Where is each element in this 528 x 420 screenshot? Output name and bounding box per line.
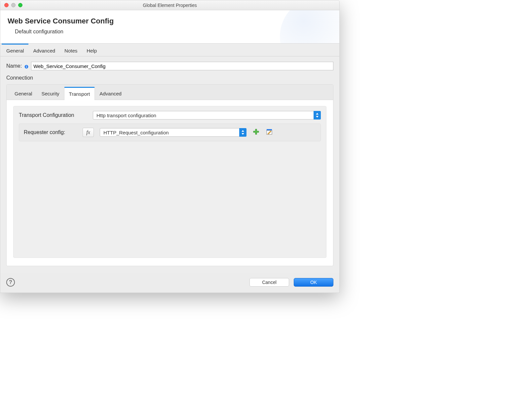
- window-controls: [4, 3, 22, 7]
- question-icon: ?: [9, 279, 12, 285]
- inner-tab-general[interactable]: General: [10, 87, 37, 100]
- titlebar: Global Element Properties: [0, 0, 339, 10]
- dialog-footer: ? Cancel OK: [0, 273, 339, 293]
- dialog-header: Web Service Consumer Config Default conf…: [0, 10, 339, 44]
- edit-icon: [266, 129, 272, 136]
- name-label: Name:: [6, 63, 22, 69]
- add-button[interactable]: [252, 129, 260, 136]
- inner-tab-security[interactable]: Security: [37, 87, 64, 100]
- inner-tab-bar: General Security Transport Advanced: [7, 85, 333, 100]
- requester-config-value: HTTP_Request_configuration: [103, 130, 169, 135]
- cancel-button[interactable]: Cancel: [249, 278, 289, 287]
- tab-advanced[interactable]: Advanced: [28, 44, 60, 56]
- inner-tab-content: Transport Configuration Http transport c…: [7, 100, 333, 266]
- transport-config-label: Transport Configuration: [19, 112, 88, 118]
- minimize-window-icon[interactable]: [11, 3, 16, 7]
- chevron-updown-icon: [314, 111, 321, 120]
- tab-general[interactable]: General: [2, 44, 28, 56]
- general-panel: Name: Connection General Security Transp…: [0, 56, 339, 273]
- ok-button[interactable]: OK: [294, 278, 333, 287]
- inner-tab-advanced[interactable]: Advanced: [95, 87, 126, 100]
- tab-help[interactable]: Help: [82, 44, 101, 56]
- requester-config-label: Requester config:: [24, 129, 77, 135]
- transport-config-row: Transport Configuration Http transport c…: [19, 111, 321, 120]
- requester-config-select[interactable]: HTTP_Request_configuration: [100, 128, 246, 137]
- chevron-updown-icon: [239, 128, 246, 137]
- outer-tab-bar: General Advanced Notes Help: [0, 44, 339, 56]
- svg-rect-3: [267, 129, 272, 130]
- transport-config-select[interactable]: Http transport configuration: [93, 111, 321, 120]
- close-window-icon[interactable]: [4, 3, 9, 7]
- zoom-window-icon[interactable]: [18, 3, 22, 7]
- connection-group: General Security Transport Advanced Tran…: [6, 84, 333, 266]
- header-decoration: [280, 10, 339, 44]
- window-title: Global Element Properties: [0, 3, 339, 8]
- tab-notes[interactable]: Notes: [60, 44, 82, 56]
- dialog-window: Global Element Properties Web Service Co…: [0, 0, 340, 293]
- info-icon: [24, 64, 28, 68]
- requester-config-row: Requester config: fx HTTP_Request_config…: [19, 123, 321, 141]
- help-button[interactable]: ?: [6, 278, 15, 287]
- expression-fx-button[interactable]: fx: [83, 128, 94, 137]
- connection-section-label: Connection: [6, 75, 333, 81]
- svg-rect-1: [26, 66, 27, 68]
- transport-panel: Transport Configuration Http transport c…: [13, 106, 326, 258]
- plus-icon: [253, 129, 259, 136]
- svg-rect-2: [26, 66, 27, 66]
- edit-button[interactable]: [266, 129, 273, 136]
- transport-config-value: Http transport configuration: [96, 113, 156, 118]
- inner-tab-transport[interactable]: Transport: [64, 87, 95, 100]
- name-row: Name:: [6, 62, 333, 70]
- name-input[interactable]: [31, 62, 333, 70]
